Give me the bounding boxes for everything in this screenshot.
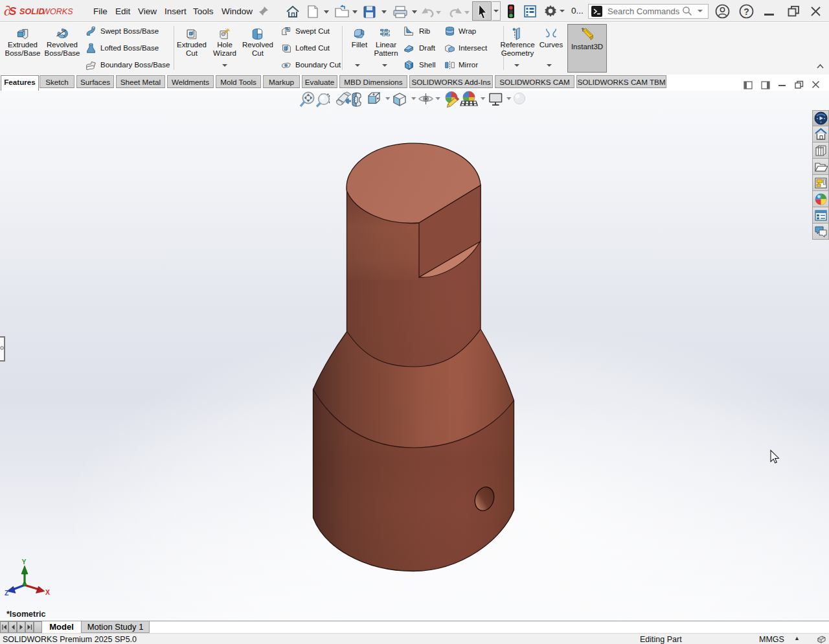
svg-text:Y: Y <box>22 558 27 566</box>
svg-text:*Isometric: *Isometric <box>6 610 45 619</box>
svg-text:S: S <box>9 5 17 17</box>
svg-text:WORKS: WORKS <box>42 7 73 16</box>
svg-text:X: X <box>45 588 50 596</box>
svg-text:Z: Z <box>5 589 9 597</box>
svg-text:?: ? <box>744 6 749 17</box>
svg-text:SOLID: SOLID <box>19 7 44 16</box>
